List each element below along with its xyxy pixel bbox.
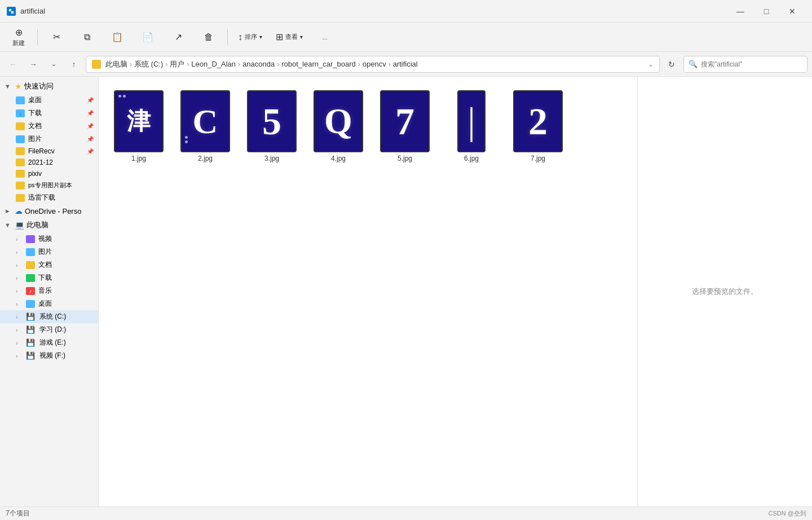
doc-label: 文档 <box>38 260 52 270</box>
f-drive-label: 视频 (F:) <box>39 351 65 360</box>
dl-label: 下载 <box>38 273 52 283</box>
preview-hint: 选择要预览的文件。 <box>692 287 758 297</box>
paste-button[interactable]: 📋 <box>103 25 131 50</box>
c-drive-label: 系统 (C:) <box>39 312 66 321</box>
file-thumb-2: C <box>180 90 230 152</box>
file-item-3[interactable]: 5 3.jpg <box>241 86 303 167</box>
sidebar-item-music[interactable]: › ♪ 音乐 <box>0 284 98 297</box>
d-drive-icon: 💾 <box>26 325 35 334</box>
sidebar-section-this-pc[interactable]: ▼ 💻 此电脑 <box>0 218 98 232</box>
star-icon: ★ <box>15 82 22 91</box>
preview-panel: 选择要预览的文件。 <box>637 77 812 506</box>
sidebar-item-video[interactable]: › 视频 <box>0 232 98 245</box>
sort-button[interactable]: ↕ 排序 ▾ <box>232 25 268 50</box>
sidebar-item-downloads[interactable]: ↓ 下载 📌 <box>0 107 98 120</box>
pin-icon-4: 📌 <box>87 136 94 142</box>
file-name-2: 2.jpg <box>198 155 213 162</box>
sidebar-section-quick-access[interactable]: ▼ ★ 快速访问 <box>0 79 98 94</box>
back-button[interactable]: ← <box>5 56 21 73</box>
file-item-7[interactable]: 2 7.jpg <box>507 86 569 167</box>
sidebar-item-pixiv[interactable]: pixiv <box>0 168 98 179</box>
sidebar-item-pics[interactable]: 图片 📌 <box>0 133 98 146</box>
file-item-4[interactable]: Q 4.jpg <box>307 86 369 167</box>
video-label: 视频 <box>38 234 52 244</box>
sidebar-item-doc[interactable]: › 文档 <box>0 258 98 271</box>
cut-icon: ✂ <box>53 32 60 42</box>
recent-button[interactable]: ⌄ <box>45 56 62 73</box>
share-button[interactable]: ↗ <box>164 25 192 50</box>
view-chevron-icon: ▾ <box>300 34 303 40</box>
file-item-2[interactable]: C 2.jpg <box>174 86 236 167</box>
breadcrumb-dropdown-icon[interactable]: ⌄ <box>648 60 654 68</box>
sidebar-item-xunlei[interactable]: 迅雷下载 <box>0 191 98 204</box>
expand-icon-onedrive: ► <box>5 208 12 214</box>
forward-button[interactable]: → <box>25 56 42 73</box>
search-input[interactable] <box>701 60 802 68</box>
close-button[interactable]: ✕ <box>779 2 805 20</box>
toolbar-divider-2 <box>227 29 228 46</box>
svg-rect-2 <box>11 11 14 14</box>
share-icon: ↗ <box>175 32 182 42</box>
sidebar-item-c-drive[interactable]: › 💾 系统 (C:) <box>0 310 98 323</box>
folder-icon-filerecv <box>16 147 25 155</box>
expand-arrow-desk: › <box>16 301 23 307</box>
main-layout: ▼ ★ 快速访问 桌面 📌 ↓ 下载 📌 文档 📌 图片 📌 FileRecv <box>0 77 812 506</box>
pixiv-label: pixiv <box>28 170 42 178</box>
file-item-1[interactable]: 津 1.jpg <box>108 86 170 167</box>
search-box[interactable]: 🔍 <box>683 56 807 73</box>
image-label: 图片 <box>38 247 52 257</box>
desk-label: 桌面 <box>38 299 52 309</box>
maximize-button[interactable]: □ <box>753 2 779 20</box>
breadcrumb[interactable]: 此电脑 › 系统 (C:) › 用户 › Leon_D_Alan › anaco… <box>86 56 660 73</box>
new-button[interactable]: ⊕ 新建 <box>5 25 33 50</box>
svg-rect-1 <box>9 9 11 11</box>
sidebar-item-dl[interactable]: › 下载 <box>0 271 98 284</box>
view-button[interactable]: ⊞ 查看 ▾ <box>270 25 308 50</box>
ps-label: ps专用图片副本 <box>28 181 72 190</box>
sidebar-item-desk[interactable]: › 桌面 <box>0 297 98 310</box>
refresh-button[interactable]: ↻ <box>663 56 680 73</box>
copy-button[interactable]: ⧉ <box>73 25 101 50</box>
c-drive-icon: 💾 <box>26 312 35 321</box>
sidebar-item-2021-12[interactable]: 2021-12 <box>0 157 98 168</box>
pics-label: 图片 <box>28 134 42 144</box>
file-thumb-4: Q <box>314 90 363 152</box>
rename-button[interactable]: 📄 <box>134 25 162 50</box>
expand-icon-pc: ▼ <box>5 222 12 228</box>
sidebar-item-f-drive[interactable]: › 💾 视频 (F:) <box>0 349 98 362</box>
file-item-5[interactable]: 7 5.jpg <box>374 86 436 167</box>
sidebar-item-filerecv[interactable]: FileRecv 📌 <box>0 146 98 157</box>
sidebar-item-docs[interactable]: 文档 📌 <box>0 120 98 133</box>
cut-button[interactable]: ✂ <box>42 25 70 50</box>
content-area: 津 1.jpg C 2.jpg 5 3.j <box>99 77 812 506</box>
sidebar-item-d-drive[interactable]: › 💾 学习 (D:) <box>0 323 98 336</box>
sidebar-item-image[interactable]: › 图片 <box>0 245 98 258</box>
sidebar-item-desktop[interactable]: 桌面 📌 <box>0 94 98 107</box>
up-button[interactable]: ↑ <box>65 56 82 73</box>
sidebar-section-onedrive[interactable]: ► ☁ OneDrive - Perso <box>0 204 98 218</box>
address-bar: ← → ⌄ ↑ 此电脑 › 系统 (C:) › 用户 › Leon_D_Alan… <box>0 52 812 77</box>
sidebar-item-ps-pics[interactable]: ps专用图片副本 <box>0 179 98 191</box>
docs-icon <box>16 122 25 130</box>
expand-icon: ▼ <box>5 83 12 90</box>
quick-access-label: 快速访问 <box>24 81 54 91</box>
desktop-icon <box>16 96 25 104</box>
delete-icon: 🗑 <box>204 32 213 42</box>
watermark: CSDN @垒到 <box>769 509 806 518</box>
search-icon: 🔍 <box>689 60 698 68</box>
new-label: 新建 <box>12 39 25 47</box>
e-drive-label: 游戏 (E:) <box>39 338 66 347</box>
more-button[interactable]: ... <box>311 25 339 50</box>
pin-icon-2: 📌 <box>87 110 94 116</box>
delete-button[interactable]: 🗑 <box>195 25 223 50</box>
sort-icon: ↕ <box>238 32 242 42</box>
cloud-icon: ☁ <box>15 206 23 215</box>
minimize-button[interactable]: — <box>727 2 753 20</box>
sidebar-item-e-drive[interactable]: › 💾 游戏 (E:) <box>0 336 98 349</box>
file-item-6[interactable]: | 6.jpg <box>440 86 502 167</box>
file-name-5: 5.jpg <box>398 155 412 162</box>
video-folder-icon <box>26 235 35 243</box>
expand-arrow-doc: › <box>16 262 23 268</box>
app-icon <box>7 7 16 16</box>
expand-arrow-c: › <box>16 314 23 320</box>
